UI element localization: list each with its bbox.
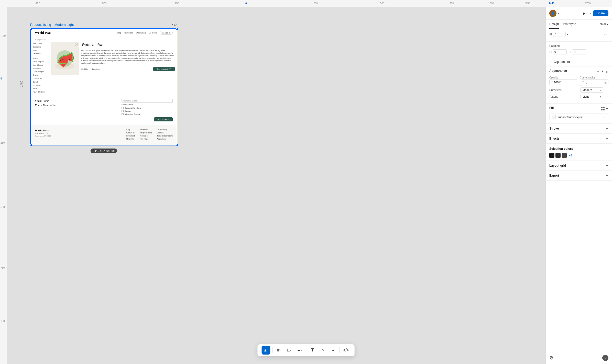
help-icon[interactable]: ? (602, 355, 608, 361)
sel-color-3[interactable] (562, 153, 567, 158)
sel-color-2[interactable] (555, 153, 561, 158)
tool-rectangle[interactable]: □ ▾ (285, 346, 294, 355)
settings-icon[interactable]: ⚙ (549, 355, 553, 361)
frame-corner-br[interactable] (176, 144, 178, 146)
sidebar-produce[interactable]: • Produce (33, 52, 48, 55)
sidebar-nuts[interactable]: Nuts & Seeds (33, 63, 48, 67)
tool-code[interactable]: </> (342, 346, 351, 355)
tokens-chevron[interactable]: ▾ (600, 95, 601, 98)
fill-color-swatch[interactable] (552, 115, 556, 119)
footer-link-terms[interactable]: Terms and conditions (157, 135, 173, 137)
tokens-minus[interactable]: — (604, 94, 608, 99)
layout-grid-section[interactable]: Layout grid + (546, 161, 612, 171)
align-icon-left[interactable]: ⊟ (549, 32, 552, 36)
checkbox-box-articles[interactable] (122, 113, 124, 115)
sel-color-extra[interactable]: +6 (569, 154, 572, 157)
sidebar-herbs[interactable]: Herbs & Spices (33, 60, 48, 63)
footer-link-newsstand[interactable]: Newsstand (126, 135, 135, 137)
corner-radius-expand[interactable]: ⊞ (604, 81, 607, 84)
nav-link-who[interactable]: Who we are (136, 32, 146, 34)
tool-text[interactable]: T (308, 346, 317, 355)
pen-chevron[interactable]: ▾ (301, 349, 302, 352)
footer-link-contact[interactable]: Contact us (140, 135, 152, 137)
sidebar-dried-fruit[interactable]: Dried Fruit (33, 84, 48, 87)
play-chevron[interactable]: ▾ (589, 12, 591, 15)
footer-link-privacy[interactable]: Privacy policy (157, 129, 173, 131)
spacing-dots[interactable]: · · · (604, 32, 608, 36)
sidebar-flours[interactable]: Flours & Baking (33, 90, 48, 94)
sidebar-superfoods[interactable]: Superfoods (33, 67, 48, 70)
zoom-control[interactable]: 34% ▾ (600, 22, 608, 26)
export-add-icon[interactable]: + (606, 173, 608, 178)
rectangle-chevron[interactable]: ▾ (290, 349, 291, 352)
footer-link-shop[interactable]: Shop (126, 129, 135, 131)
tool-frame[interactable]: # ▾ (275, 346, 283, 355)
frame-chevron[interactable]: ▾ (279, 349, 281, 352)
frame-corner-bl[interactable] (30, 144, 32, 146)
sidebar-grains[interactable]: Grains (33, 73, 48, 77)
code-icon[interactable]: </> (172, 22, 177, 27)
tab-design[interactable]: Design (549, 20, 559, 29)
sidebar-bestsellers[interactable]: Bestsellers (33, 45, 48, 49)
add-to-basket-button[interactable]: Add to basket 🛒 (153, 67, 175, 71)
footer-link-values[interactable]: Our values (140, 138, 152, 140)
layout-grid-add-icon[interactable]: + (606, 163, 608, 168)
breadcrumb[interactable]: ← All products (31, 37, 177, 42)
canvas[interactable]: Product listing—Modern Light </> World P… (7, 7, 545, 364)
export-section[interactable]: Export + (546, 171, 612, 181)
checkbox-box-sales[interactable] (122, 107, 124, 109)
select-chevron[interactable]: ▾ (267, 349, 269, 352)
footer-link-sitemap[interactable]: Site map (157, 132, 173, 134)
reset-icon[interactable]: ◇ (606, 70, 608, 74)
sidebar-cereal[interactable]: Cereal (33, 80, 48, 84)
align-dropdown[interactable]: ▾ (567, 32, 568, 36)
email-input[interactable] (122, 99, 173, 103)
nav-link-newsstand[interactable]: Newsstand (124, 32, 133, 34)
stroke-section[interactable]: Stroke + (546, 124, 612, 134)
frame-corner-tr[interactable] (176, 28, 178, 30)
nav-link-profile[interactable]: My profile (149, 32, 157, 34)
sidebar-pasta[interactable]: Pasta (33, 87, 48, 90)
eye-icon[interactable]: 👁 (601, 70, 604, 74)
checkbox-sales[interactable]: Sales and Promotions (122, 107, 173, 109)
sidebar-snacks[interactable]: Snacks (33, 57, 48, 60)
primitives-dropdown[interactable]: Modern ... ▾ (580, 87, 603, 93)
sidebar-coffee[interactable]: Coffee & Tea (33, 77, 48, 80)
avatar[interactable]: 👤 (549, 10, 556, 17)
basket-button[interactable]: 🛒 Basket (160, 31, 173, 35)
edit-style-icon[interactable]: ✏ (597, 70, 599, 74)
checkbox-harvests[interactable]: Harvests (122, 110, 173, 112)
padding-expand-icon[interactable]: ⊞ (605, 50, 608, 54)
tool-select[interactable]: ▲ ▾ (262, 346, 270, 355)
footer-link-who[interactable]: Who we are (126, 132, 135, 134)
opacity-input[interactable]: □ 100% (549, 79, 578, 85)
zoom-chevron[interactable]: ▾ (607, 22, 608, 26)
info-icon[interactable]: i (75, 43, 78, 46)
tool-star[interactable]: ✦ (329, 346, 337, 355)
checkbox-articles[interactable]: Articles and Recipes (122, 113, 173, 115)
primitives-chevron[interactable]: ▾ (600, 89, 601, 92)
tool-pen[interactable]: ✒ ▾ (295, 346, 304, 355)
tab-prototype[interactable]: Prototype (563, 20, 576, 29)
effects-section[interactable]: Effects + (546, 134, 612, 144)
frame-corner-tl[interactable] (30, 28, 32, 30)
avatar-chevron[interactable]: ▾ (558, 12, 559, 15)
footer-link-prefs[interactable]: My preferences (140, 132, 152, 134)
fill-grid-icon[interactable] (601, 107, 605, 110)
sidebar-oils[interactable]: Oils & Vinegars (33, 70, 48, 73)
effects-add-icon[interactable]: + (606, 136, 608, 141)
share-button[interactable]: Share (593, 10, 608, 16)
tokens-dropdown[interactable]: Light ▾ (580, 94, 603, 99)
fill-add-icon[interactable]: + (606, 106, 608, 111)
padding-v-input[interactable] (572, 49, 586, 54)
fill-item[interactable]: surface/surface-prim... — (549, 113, 608, 121)
checkbox-box-harvests[interactable] (122, 110, 124, 112)
footer-link-accessibility[interactable]: Accessibility (157, 138, 173, 140)
stroke-add-icon[interactable]: + (606, 126, 608, 131)
fill-remove-icon[interactable]: — (602, 115, 606, 119)
sidebar-staples[interactable]: Staples (33, 49, 48, 52)
play-button[interactable]: ▶ (581, 10, 587, 16)
corner-radius-input[interactable]: ⌒ 0 ⊞ (580, 79, 609, 86)
checkmark-icon[interactable]: ✓ (549, 60, 552, 64)
padding-h-input[interactable] (553, 49, 567, 54)
